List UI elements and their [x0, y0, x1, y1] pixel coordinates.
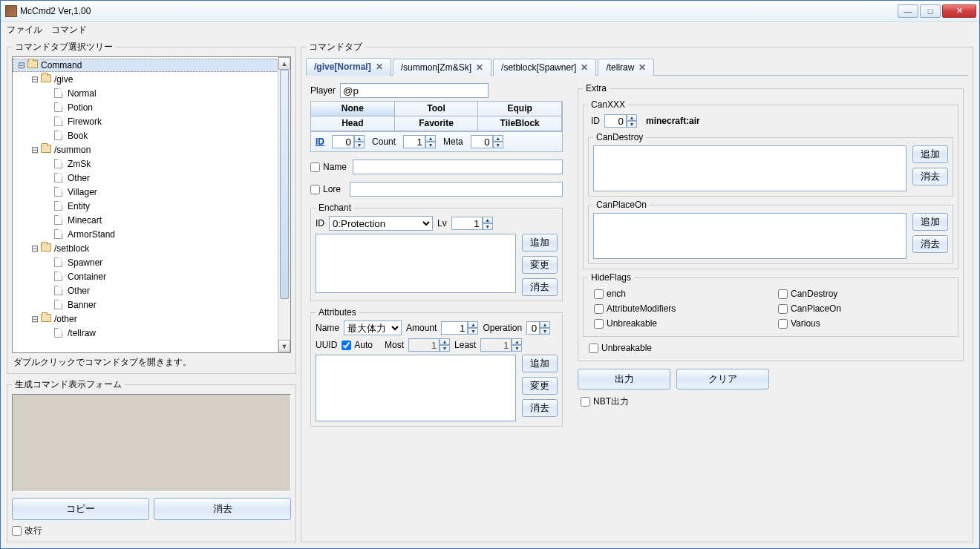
subtab[interactable]: Favorite: [394, 116, 479, 131]
tab[interactable]: /tellraw✕: [598, 59, 654, 76]
tree-item[interactable]: Firework: [13, 114, 290, 128]
left-column: コマンドタブ選択ツリー ⊟Command⊟/giveNormalPotionFi…: [7, 41, 296, 542]
tree-item[interactable]: ArmorStand: [13, 227, 290, 241]
hideflag-check[interactable]: CanDestroy: [778, 289, 947, 299]
app-icon: [5, 5, 17, 17]
tree-item[interactable]: Spawner: [13, 255, 290, 269]
gen-output[interactable]: [12, 394, 291, 492]
hideflag-check[interactable]: Unbreakable: [594, 318, 763, 329]
tree-item[interactable]: ZmSk: [13, 157, 290, 171]
enchant-id-combo[interactable]: 0:Protection: [329, 216, 433, 231]
tab[interactable]: /setblock[Spawner]✕: [493, 59, 596, 76]
uuid-least-spinner[interactable]: ▲▼: [480, 338, 522, 352]
tab-body: Player NoneToolEquip HeadFavoriteTileBlo…: [306, 80, 968, 430]
subtab[interactable]: Head: [310, 116, 395, 131]
tree-item[interactable]: ⊟/summon: [13, 142, 290, 157]
tab-close-icon[interactable]: ✕: [476, 62, 483, 73]
menu-file[interactable]: ファイル: [7, 24, 42, 36]
item-subtabs: NoneToolEquip HeadFavoriteTileBlock ID ▲…: [310, 101, 563, 152]
scroll-down-button[interactable]: ▼: [278, 340, 290, 352]
minimize-button[interactable]: —: [898, 4, 918, 18]
attr-list[interactable]: [316, 355, 516, 421]
name-input[interactable]: [353, 160, 563, 174]
output-button[interactable]: 出力: [578, 369, 670, 389]
tree-item[interactable]: Minecart: [13, 213, 290, 227]
candestroy-clear-button[interactable]: 消去: [912, 168, 948, 185]
enchant-lv-spinner[interactable]: ▲▼: [451, 217, 493, 230]
tree-item[interactable]: ⊟/setblock: [13, 241, 290, 255]
id-spinner[interactable]: ▲▼: [332, 135, 365, 148]
tree-item[interactable]: /tellraw: [13, 326, 290, 340]
lore-input[interactable]: [350, 182, 563, 197]
tree-item[interactable]: Entity: [13, 199, 290, 213]
tree-item[interactable]: Potion: [13, 100, 290, 114]
subtab[interactable]: TileBlock: [477, 116, 562, 131]
tab-close-icon[interactable]: ✕: [638, 62, 646, 73]
id-link[interactable]: ID: [316, 137, 324, 147]
tree-item[interactable]: Villager: [13, 185, 290, 199]
tab-close-icon[interactable]: ✕: [581, 62, 588, 73]
command-tree[interactable]: ⊟Command⊟/giveNormalPotionFireworkBook⊟/…: [13, 57, 290, 341]
enchant-clear-button[interactable]: 消去: [522, 278, 558, 296]
tree-item[interactable]: Container: [13, 269, 290, 283]
canplaceon-add-button[interactable]: 追加: [912, 213, 948, 231]
candestroy-list[interactable]: [593, 145, 906, 191]
tree-item[interactable]: Other: [13, 171, 290, 185]
linebreak-check[interactable]: 改行: [12, 525, 291, 537]
scroll-up-button[interactable]: ▲: [278, 57, 290, 70]
meta-spinner[interactable]: ▲▼: [471, 135, 503, 148]
tab-close-icon[interactable]: ✕: [376, 62, 383, 72]
subtab[interactable]: Equip: [477, 101, 562, 116]
tree-item[interactable]: Book: [13, 128, 290, 142]
canplaceon-list[interactable]: [593, 213, 906, 259]
tab[interactable]: /give[Normal]✕: [306, 58, 391, 76]
hideflag-check[interactable]: CanPlaceOn: [778, 303, 947, 314]
candestroy-add-button[interactable]: 追加: [912, 145, 948, 163]
attr-amount-spinner[interactable]: ▲▼: [441, 321, 478, 335]
close-button[interactable]: ✕: [942, 4, 976, 18]
tab-bar: /give[Normal]✕/summon[Zm&Sk]✕/setblock[S…: [306, 58, 968, 76]
subtab[interactable]: Tool: [394, 101, 479, 116]
uuid-auto-check[interactable]: Auto: [342, 340, 373, 350]
tree-item[interactable]: ⊟Command: [13, 59, 290, 72]
nbt-output-check[interactable]: NBT出力: [581, 395, 964, 408]
tree-item[interactable]: ⊟/give: [13, 72, 290, 86]
menu-command[interactable]: コマンド: [51, 24, 87, 36]
unbreakable-check[interactable]: Unbreakable: [589, 343, 956, 353]
canplaceon-fieldset: CanPlaceOn 追加 消去: [588, 200, 953, 264]
enchant-change-button[interactable]: 変更: [522, 256, 558, 274]
maximize-button[interactable]: □: [920, 4, 941, 18]
enchant-list[interactable]: [316, 234, 516, 293]
attr-op-spinner[interactable]: ▲▼: [526, 321, 550, 335]
tree-item[interactable]: Other: [13, 283, 290, 297]
tab[interactable]: /summon[Zm&Sk]✕: [393, 59, 491, 76]
copy-button[interactable]: コピー: [12, 498, 149, 520]
scroll-thumb[interactable]: [280, 70, 289, 299]
subtab[interactable]: None: [310, 101, 395, 116]
titlebar: McCmd2 Ver,1.00 — □ ✕: [1, 1, 979, 22]
player-input[interactable]: [340, 83, 489, 98]
tree-item[interactable]: Banner: [13, 297, 290, 312]
gen-legend: 生成コマンド表示フォーム: [12, 378, 125, 391]
enchant-add-button[interactable]: 追加: [522, 234, 558, 252]
extra-column: Extra CanXXX ID ▲▼ minecraft:air CanDest…: [578, 83, 964, 427]
clear-gen-button[interactable]: 消去: [154, 498, 291, 520]
name-check[interactable]: Name: [310, 160, 563, 174]
attr-clear-button[interactable]: 消去: [522, 399, 558, 417]
attr-add-button[interactable]: 追加: [522, 355, 558, 372]
lore-check[interactable]: Lore: [310, 182, 563, 197]
hideflag-check[interactable]: Various: [778, 318, 947, 329]
attr-change-button[interactable]: 変更: [522, 377, 558, 395]
canplaceon-clear-button[interactable]: 消去: [912, 235, 948, 253]
count-spinner[interactable]: ▲▼: [403, 135, 436, 148]
hideflag-check[interactable]: AttributeModifiers: [594, 303, 763, 314]
tree-item[interactable]: Normal: [13, 86, 290, 100]
uuid-most-spinner[interactable]: ▲▼: [408, 338, 450, 352]
attr-name-combo[interactable]: 最大体力: [344, 320, 402, 335]
tree-item[interactable]: ⊟/other: [13, 312, 290, 326]
tree-scrollbar[interactable]: ▲ ▼: [278, 57, 290, 352]
clear-main-button[interactable]: クリア: [676, 369, 769, 389]
hideflag-check[interactable]: ench: [594, 289, 763, 299]
menubar: ファイル コマンド: [1, 22, 979, 38]
canxxx-id-spinner[interactable]: ▲▼: [604, 114, 637, 128]
